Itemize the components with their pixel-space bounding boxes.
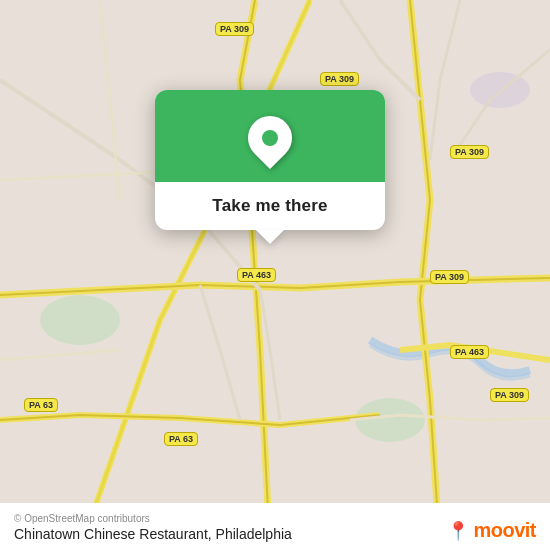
road-badge-pa309-top2: PA 309 xyxy=(320,72,359,86)
road-badge-pa63-left: PA 63 xyxy=(24,398,58,412)
moovit-pin-icon: 📍 xyxy=(447,520,469,542)
road-badge-pa309-top1: PA 309 xyxy=(215,22,254,36)
moovit-logo: 📍 moovit xyxy=(447,519,536,542)
svg-point-0 xyxy=(40,295,120,345)
take-me-there-button[interactable]: Take me there xyxy=(212,196,327,216)
road-badge-pa63-center: PA 63 xyxy=(164,432,198,446)
location-pin-icon xyxy=(246,114,294,162)
popup-bottom: Take me there xyxy=(155,182,385,230)
svg-point-1 xyxy=(355,398,425,442)
road-badge-pa463-right: PA 463 xyxy=(450,345,489,359)
road-badge-pa309-right: PA 309 xyxy=(450,145,489,159)
road-badge-pa309-far-right: PA 309 xyxy=(490,388,529,402)
popup-card: Take me there xyxy=(155,90,385,230)
road-badge-pa309-mid: PA 309 xyxy=(430,270,469,284)
road-badge-pa463-center: PA 463 xyxy=(237,268,276,282)
popup-top xyxy=(155,90,385,182)
map-container: PA 309 PA 309 PA 309 PA 309 PA 463 PA 46… xyxy=(0,0,550,550)
moovit-brand-text: moovit xyxy=(473,519,536,542)
